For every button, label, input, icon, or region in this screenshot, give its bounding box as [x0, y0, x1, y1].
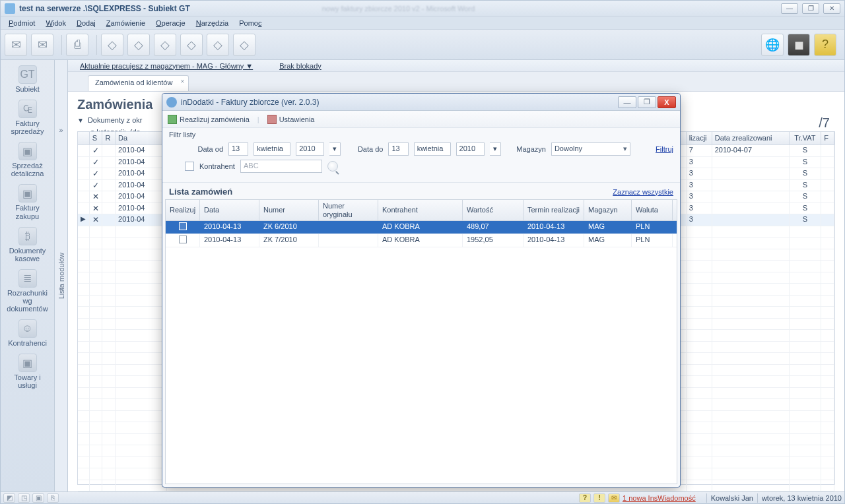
realize-icon: [168, 115, 177, 124]
cash-icon: ₿: [18, 227, 37, 245]
col-lizacji[interactable]: lizacji: [687, 132, 712, 144]
person-icon: ☺: [18, 319, 37, 338]
col-f[interactable]: F: [821, 132, 834, 144]
magazyn-select[interactable]: Dowolny: [551, 142, 630, 156]
sb-icon-2[interactable]: ◳: [18, 493, 30, 503]
tab-close-icon[interactable]: ×: [181, 78, 185, 85]
tb-tag1-icon[interactable]: ◇: [101, 34, 123, 56]
magazyn-selector-link[interactable]: Aktualnie pracujesz z magazynem - MAG - …: [80, 62, 253, 70]
sidebar-item-faktury-sprzedazy[interactable]: ₠Faktury sprzedaży: [4, 100, 51, 135]
tb-tag6-icon[interactable]: ◇: [233, 34, 255, 56]
menu-operacje[interactable]: Operacje: [151, 18, 191, 28]
menu-pomoc[interactable]: Pomoc: [234, 18, 267, 28]
dialog-titlebar[interactable]: inDodatki - Faktury zbiorcze (ver. 2.0.3…: [162, 94, 680, 111]
menu-narzedzia[interactable]: Narzędzia: [191, 18, 234, 28]
main-toolbar: ✉ ✉ ⎙ ◇ ◇ ◇ ◇ ◇ ◇ 🌐 ◼ ?: [1, 30, 844, 60]
tb-tag2-icon[interactable]: ◇: [127, 34, 150, 56]
list-item[interactable]: 2010-04-13ZK 7/2010AD KOBRA1952,052010-0…: [166, 234, 677, 247]
minimize-button[interactable]: —: [781, 3, 798, 14]
sidebar-item-dokumenty-kasowe[interactable]: ₿Dokumenty kasowe: [4, 227, 51, 263]
list-title: Lista zamówień: [169, 187, 232, 197]
menu-widok[interactable]: Widok: [40, 18, 71, 28]
tab-zamowienia-od-klientow[interactable]: Zamówienia od klientów ×: [88, 75, 189, 91]
select-all-link[interactable]: Zaznacz wszystkie: [613, 188, 673, 196]
sidebar-item-faktury-zakupu[interactable]: ▣Faktury zakupu: [4, 184, 51, 220]
tb-tag3-icon[interactable]: ◇: [154, 34, 176, 56]
dialog-filter-section: Filtr listy Data od 13 kwietnia 2010 ▾ D…: [162, 128, 680, 183]
app-titlebar: test na serwerze .\SQLEXPRESS - Subiekt …: [1, 1, 844, 16]
date-to-day[interactable]: 13: [388, 142, 408, 156]
menu-zamowienie[interactable]: Zamówienie: [101, 18, 151, 28]
news-icon[interactable]: ?: [579, 493, 591, 503]
search-icon[interactable]: [327, 161, 338, 172]
col-data-zrealizowania[interactable]: Data zrealizowani: [712, 132, 790, 144]
main-window: test na serwerze .\SQLEXPRESS - Subiekt …: [0, 0, 845, 504]
col-kontrahent[interactable]: Kontrahent: [378, 200, 463, 220]
col-s[interactable]: S: [90, 132, 103, 144]
dialog-maximize-button[interactable]: ❐: [638, 96, 656, 108]
sidebar-item-towary[interactable]: ▣Towary i usługi: [4, 354, 51, 389]
tb-cube-icon[interactable]: ◼: [788, 34, 810, 56]
col-numer[interactable]: Numer: [259, 200, 319, 220]
kontrahent-checkbox[interactable]: [185, 162, 194, 171]
sidebar-item-kontrahenci[interactable]: ☺Kontrahenci: [4, 319, 51, 347]
chevron-up-icon: »: [59, 126, 63, 134]
col-wartosc[interactable]: Wartość: [463, 200, 524, 220]
col-pointer[interactable]: [78, 132, 90, 144]
sidebar-logo[interactable]: GT Subiekt: [4, 65, 51, 93]
menu-dodaj[interactable]: Dodaj: [71, 18, 101, 28]
boxes-icon: ▣: [18, 184, 37, 203]
date-from-month[interactable]: kwietnia: [254, 142, 290, 156]
envelope-icon[interactable]: ✉: [608, 493, 620, 503]
tb-print-icon[interactable]: ⎙: [66, 34, 88, 56]
date-to-dropdown-icon[interactable]: ▾: [490, 142, 501, 156]
date-to-year[interactable]: 2010: [456, 142, 485, 156]
col-magazyn[interactable]: Magazyn: [584, 200, 632, 220]
kontrahent-input[interactable]: ABC: [240, 160, 322, 173]
sb-icon-3[interactable]: ▣: [32, 493, 44, 503]
restore-button[interactable]: ❐: [802, 3, 819, 14]
date-from-dropdown-icon[interactable]: ▾: [329, 142, 341, 156]
dialog-minimize-button[interactable]: —: [618, 96, 636, 108]
col-r[interactable]: R: [102, 132, 116, 144]
menu-podmiot[interactable]: Podmiot: [3, 18, 40, 28]
app-title-secondary: nowy faktury zbiorcze 2010 v2 - Microsof…: [322, 5, 475, 13]
label-data-od: Data od: [169, 145, 223, 153]
tb-open-icon[interactable]: ✉: [31, 34, 53, 56]
date-to-month[interactable]: kwietnia: [414, 142, 451, 156]
dialog-close-button[interactable]: X: [658, 96, 676, 108]
brak-blokady-link[interactable]: Brak blokady: [279, 62, 321, 70]
module-tab-strip[interactable]: » Lista modułów »: [55, 60, 68, 491]
page-count-fraction: /7: [819, 115, 830, 131]
close-button[interactable]: ✕: [823, 3, 840, 14]
tb-help-icon[interactable]: ?: [814, 34, 836, 56]
list-item[interactable]: 2010-04-13ZK 6/2010AD KOBRA489,072010-04…: [166, 221, 677, 234]
tb-tag4-icon[interactable]: ◇: [180, 34, 203, 56]
col-data[interactable]: Data: [200, 200, 259, 220]
orders-list-grid[interactable]: Realizuj Data Numer Numer oryginału Kont…: [165, 199, 677, 484]
date-from-day[interactable]: 13: [228, 142, 248, 156]
col-trvat[interactable]: Tr.VAT: [790, 132, 822, 144]
alert-icon[interactable]: !: [593, 493, 605, 503]
collapse-icon[interactable]: ▼: [77, 117, 84, 124]
col-date[interactable]: Da: [116, 132, 167, 144]
sidebar-item-rozrachunki[interactable]: ≣Rozrachunki wg dokumentów: [4, 269, 51, 313]
row-checkbox[interactable]: [179, 236, 187, 243]
filtruj-link[interactable]: Filtruj: [656, 145, 673, 153]
sb-icon-1[interactable]: ◩: [3, 493, 15, 503]
sb-icon-4[interactable]: ⎘: [47, 493, 59, 503]
realize-orders-button[interactable]: Reazlizuj zamówienia: [168, 115, 250, 124]
col-realizuj[interactable]: Realizuj: [166, 200, 200, 220]
tb-globe-icon[interactable]: 🌐: [761, 34, 784, 56]
row-checkbox[interactable]: [179, 222, 187, 230]
col-numer-oryginalu[interactable]: Numer oryginału: [319, 200, 378, 220]
status-message-link[interactable]: 1 nowa InsWiadomość: [623, 494, 696, 502]
sidebar-item-sprzedaz-detaliczna[interactable]: ▣Sprzedaż detaliczna: [4, 142, 51, 177]
col-waluta[interactable]: Waluta: [632, 200, 673, 220]
col-termin-realizacji[interactable]: Termin realizacji: [524, 200, 584, 220]
tb-tag5-icon[interactable]: ◇: [207, 34, 229, 56]
tb-new-icon[interactable]: ✉: [5, 34, 27, 56]
content-header-strip: Aktualnie pracujesz z magazynem - MAG - …: [68, 60, 844, 72]
date-from-year[interactable]: 2010: [296, 142, 324, 156]
settings-button[interactable]: Ustawienia: [267, 115, 315, 124]
